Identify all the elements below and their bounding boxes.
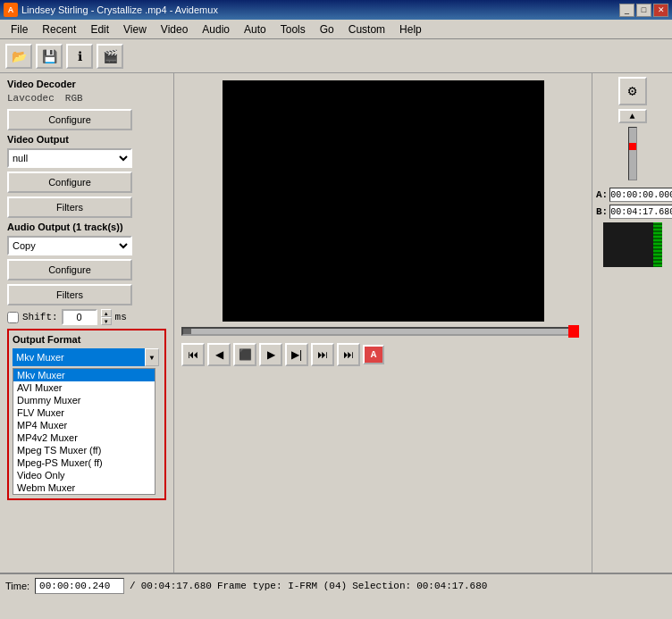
mini-thumbnail	[603, 222, 662, 267]
frame-info: Frame type: I-FRM (04)	[217, 581, 347, 591]
transport-stop-button[interactable]: ⬛	[233, 343, 256, 366]
save-button[interactable]: 💾	[36, 44, 63, 69]
menu-file[interactable]: File	[4, 21, 35, 38]
a-label: A:	[596, 189, 608, 200]
open-button[interactable]: 📂	[5, 44, 32, 69]
close-button[interactable]: ✕	[653, 4, 668, 17]
transport-forward-button[interactable]: ⏭	[311, 343, 334, 366]
shift-up-button[interactable]: ▲	[101, 309, 112, 317]
option-mpeg-ps-muxer[interactable]: Mpeg-PS Muxer( ff)	[13, 456, 155, 469]
menu-view[interactable]: View	[116, 21, 154, 38]
option-dummy-muxer[interactable]: Dummy Muxer	[13, 394, 155, 406]
vertical-seek[interactable]	[628, 127, 637, 180]
audio-output-label: Audio Output (1 track(s))	[7, 222, 166, 232]
format-label: RGB	[65, 93, 83, 104]
ab-times: A: 00:00:00.000 B: 00:04:17.680	[596, 188, 668, 219]
transport-prev-button[interactable]: ◀	[207, 343, 231, 366]
shift-input[interactable]	[62, 309, 97, 325]
status-bar: Time: 00:00:00.240 / 00:04:17.680 Frame …	[0, 573, 672, 598]
a-time-value: 00:00:00.000	[609, 188, 672, 202]
film-button[interactable]: 🎬	[97, 44, 123, 69]
center-area: ⏮ ◀ ⬛ ▶ ▶| ⏭ ⏭ A	[174, 73, 592, 573]
output-format-dropdown-arrow[interactable]: ▼	[145, 348, 159, 366]
shift-unit: ms	[115, 312, 127, 322]
shift-label: Shift:	[22, 312, 58, 322]
shift-checkbox[interactable]	[7, 312, 19, 323]
menu-tools[interactable]: Tools	[273, 21, 313, 38]
video-output-dropdown[interactable]: null	[7, 148, 132, 168]
seek-container	[174, 322, 592, 341]
output-format-section: Output Format Mkv Muxer ▼ Mkv Muxer AVI …	[7, 329, 166, 500]
audio-output-dropdown[interactable]: Copy	[7, 236, 132, 255]
video-decoder-label: Video Decoder	[7, 79, 166, 89]
title-bar: A Lindsey Stirling - Crystallize .mp4 - …	[0, 0, 672, 20]
output-format-selected: Mkv Muxer	[13, 348, 145, 366]
video-preview	[223, 80, 544, 322]
info-button[interactable]: ℹ	[66, 44, 93, 69]
menu-help[interactable]: Help	[392, 21, 429, 38]
b-time-value: 00:04:17.680	[609, 205, 672, 219]
option-mp4v2-muxer[interactable]: MP4v2 Muxer	[13, 431, 155, 444]
app-icon: A	[4, 3, 18, 17]
total-time: 00:04:17.680	[141, 581, 212, 591]
current-time-field: 00:00:00.240	[35, 578, 124, 594]
preview-container	[174, 73, 592, 322]
selection-value: 00:04:17.680	[416, 581, 487, 591]
menu-video[interactable]: Video	[154, 21, 195, 38]
selection-label: Selection:	[352, 581, 411, 591]
video-output-configure-button[interactable]: Configure	[7, 171, 132, 193]
transport-controls: ⏮ ◀ ⬛ ▶ ▶| ⏭ ⏭ A	[174, 341, 592, 368]
menu-recent[interactable]: Recent	[35, 21, 83, 38]
transport-rewind-button[interactable]: ⏮	[181, 343, 205, 366]
window-title: Lindsey Stirling - Crystallize .mp4 - Av…	[21, 4, 218, 15]
transport-end-button[interactable]: ⏭	[337, 343, 360, 366]
option-video-only[interactable]: Video Only	[13, 469, 155, 481]
option-flv-muxer[interactable]: FLV Muxer	[13, 406, 155, 419]
shift-row: Shift: ▲ ▼ ms	[7, 309, 166, 325]
right-panel: ⚙ ▲ A: 00:00:00.000 B: 00:04:17.680	[592, 73, 672, 573]
time-label: Time:	[5, 581, 29, 591]
transport-next-button[interactable]: ▶|	[285, 343, 308, 366]
menu-edit[interactable]: Edit	[83, 21, 116, 38]
codec-label: Lavcodec	[7, 93, 55, 104]
output-format-list: Mkv Muxer AVI Muxer Dummy Muxer FLV Muxe…	[13, 368, 155, 495]
audio-waveform-viz	[653, 222, 662, 267]
time-separator: /	[130, 581, 136, 591]
b-label: B:	[596, 206, 608, 217]
option-mpeg-ts-muxer[interactable]: Mpeg TS Muxer (ff)	[13, 444, 155, 456]
transport-play-button[interactable]: ▶	[259, 343, 282, 366]
option-avi-muxer[interactable]: AVI Muxer	[13, 381, 155, 394]
config-icon[interactable]: ⚙	[618, 77, 647, 105]
menu-audio[interactable]: Audio	[195, 21, 237, 38]
video-output-label: Video Output	[7, 134, 166, 145]
seek-marker	[568, 325, 579, 338]
option-mkv-muxer[interactable]: Mkv Muxer	[13, 369, 155, 381]
video-decoder-configure-button[interactable]: Configure	[7, 109, 132, 130]
maximize-button[interactable]: □	[636, 4, 651, 17]
minimize-button[interactable]: _	[619, 4, 634, 17]
a-button[interactable]: A	[363, 345, 384, 364]
shift-down-button[interactable]: ▼	[101, 317, 112, 325]
slider-up[interactable]: ▲	[618, 109, 647, 123]
option-webm-muxer[interactable]: Webm Muxer	[13, 481, 155, 494]
menu-go[interactable]: Go	[313, 21, 341, 38]
audio-filters-button[interactable]: Filters	[7, 284, 132, 305]
menu-custom[interactable]: Custom	[341, 21, 392, 38]
menu-auto[interactable]: Auto	[237, 21, 273, 38]
output-format-label: Output Format	[13, 334, 161, 345]
seek-bar[interactable]	[181, 327, 570, 336]
main-content: Video Decoder Lavcodec RGB Configure Vid…	[0, 73, 672, 573]
left-panel: Video Decoder Lavcodec RGB Configure Vid…	[0, 73, 174, 573]
audio-configure-button[interactable]: Configure	[7, 259, 132, 280]
video-filters-button[interactable]: Filters	[7, 197, 132, 218]
toolbar: 📂 💾 ℹ 🎬	[0, 39, 672, 73]
option-mp4-muxer[interactable]: MP4 Muxer	[13, 419, 155, 431]
menu-bar: File Recent Edit View Video Audio Auto T…	[0, 20, 672, 39]
